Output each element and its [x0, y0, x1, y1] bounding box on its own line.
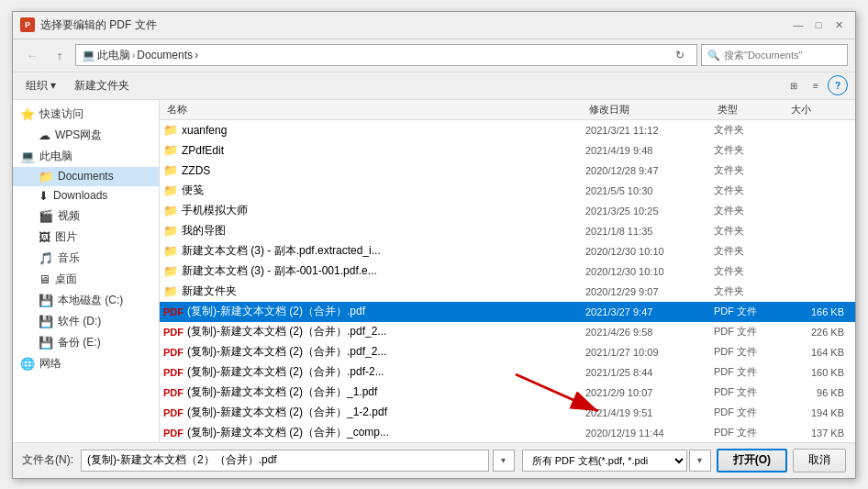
pc-icon: 💻 — [82, 49, 95, 61]
col-header-date[interactable]: 修改日期 — [585, 103, 714, 117]
filetype-select[interactable]: 所有 PDF 文档(*.pdf, *.pdi — [522, 450, 687, 472]
col-header-type[interactable]: 类型 — [714, 103, 787, 117]
table-row[interactable]: PDF (复制)-新建文本文档 (2)（合并）.pdf_2... 2021/1/… — [160, 342, 855, 362]
pdf-icon: PDF — [163, 347, 184, 358]
file-type: 文件夹 — [714, 143, 787, 157]
table-row[interactable]: 📁 我的导图 2021/1/8 11:35 文件夹 — [160, 221, 855, 241]
table-row[interactable]: PDF (复制)-新建文本文档 (2)（合并）_1.pdf 2021/2/9 1… — [160, 383, 855, 403]
filetype-dropdown[interactable]: ▾ — [689, 450, 711, 472]
folder-icon: 📁 — [163, 204, 178, 217]
file-date: 2020/12/29 9:07 — [585, 286, 714, 297]
organize-button[interactable]: 组织 ▾ — [20, 76, 61, 95]
address-bar[interactable]: 💻 此电脑 › Documents › ↻ — [75, 44, 697, 66]
sidebar-item-downloads[interactable]: ⬇Downloads — [13, 186, 159, 206]
search-icon: 🔍 — [707, 50, 720, 61]
sidebar-item-videos[interactable]: 🎬视频 — [13, 206, 159, 227]
sidebar-icon-wps-cloud: ☁ — [39, 128, 50, 142]
file-size: 164 KB — [787, 347, 851, 358]
sidebar-icon-this-pc: 💻 — [20, 150, 35, 163]
search-input[interactable] — [724, 50, 851, 61]
table-row[interactable]: PDF (复制)-新建文本文档 (2)（合并）.pdf 2021/3/27 9:… — [160, 302, 855, 322]
file-date: 2021/3/27 9:47 — [585, 306, 714, 317]
folder-icon: 📁 — [163, 264, 178, 278]
file-type: 文件夹 — [714, 224, 787, 238]
sidebar-item-local-disk-c[interactable]: 💾本地磁盘 (C:) — [13, 290, 159, 311]
sidebar-item-documents[interactable]: 📁Documents — [13, 167, 159, 186]
sidebar-icon-desktop: 🖥 — [39, 272, 50, 286]
new-folder-button[interactable]: 新建文件夹 — [69, 76, 135, 95]
file-name: 新建文本文档 (3) - 副本-001-001.pdf.e... — [182, 263, 585, 279]
address-chevron: › — [195, 49, 198, 61]
folder-icon: 📁 — [163, 284, 178, 298]
file-date: 2021/3/25 10:25 — [585, 206, 714, 217]
file-open-dialog: P 选择要编辑的 PDF 文件 — □ ✕ ← ↑ 💻 此电脑 › Docume… — [12, 11, 856, 479]
col-header-name[interactable]: 名称 — [163, 103, 585, 117]
col-header-size[interactable]: 大小 — [787, 103, 851, 117]
sidebar-icon-pictures: 🖼 — [39, 230, 50, 244]
back-button[interactable]: ← — [20, 43, 44, 67]
table-row[interactable]: PDF (复制)-新建文本文档 (2)（合并）.pdf_2... 2021/4/… — [160, 322, 855, 342]
sidebar-item-desktop[interactable]: 🖥桌面 — [13, 269, 159, 290]
sidebar-item-this-pc[interactable]: 💻此电脑 — [13, 146, 159, 167]
file-date: 2021/4/26 9:58 — [585, 327, 714, 338]
file-date: 2020/12/30 10:10 — [585, 246, 714, 257]
file-date: 2021/1/25 8:44 — [585, 367, 714, 378]
file-date: 2020/12/30 10:10 — [585, 266, 714, 277]
file-date: 2021/4/19 9:48 — [585, 145, 714, 156]
filename-label: 文件名(N): — [22, 452, 73, 468]
action-toolbar: 组织 ▾ 新建文件夹 ⊞ ≡ ? — [13, 72, 855, 100]
file-name: (复制)-新建文本文档 (2)（合并）.pdf — [187, 304, 585, 319]
title-bar: P 选择要编辑的 PDF 文件 — □ ✕ — [13, 12, 855, 39]
sidebar-item-music[interactable]: 🎵音乐 — [13, 248, 159, 269]
help-button[interactable]: ? — [828, 75, 848, 95]
close-button[interactable]: ✕ — [829, 16, 848, 34]
sidebar-icon-documents: 📁 — [39, 170, 53, 183]
file-area: 名称 修改日期 类型 大小 📁 xuanfeng 2021/3/21 11:12… — [160, 100, 855, 442]
cancel-button[interactable]: 取消 — [793, 449, 846, 472]
table-row[interactable]: 📁 新建文本文档 (3) - 副本-001-001.pdf.e... 2020/… — [160, 261, 855, 282]
table-row[interactable]: PDF (复制)-新建文本文档 (2)（合并）.pdf-2... 2021/1/… — [160, 362, 855, 383]
file-date: 2021/5/5 10:30 — [585, 185, 714, 196]
view-list-button[interactable]: ≡ — [806, 75, 826, 95]
maximize-button[interactable]: □ — [809, 16, 828, 34]
view-grid-button[interactable]: ⊞ — [784, 75, 804, 95]
table-row[interactable]: 📁 手机模拟大师 2021/3/25 10:25 文件夹 — [160, 201, 855, 221]
sidebar-item-backup-e[interactable]: 💾备份 (E:) — [13, 332, 159, 353]
table-row[interactable]: PDF (复制)-新建文本文档 (2)（合并）_comp... 2020/12/… — [160, 423, 855, 442]
table-row[interactable]: 📁 xuanfeng 2021/3/21 11:12 文件夹 — [160, 120, 855, 140]
up-button[interactable]: ↑ — [48, 43, 72, 67]
minimize-button[interactable]: — — [789, 16, 807, 34]
filename-input[interactable] — [81, 450, 489, 472]
open-button[interactable]: 打开(O) — [717, 449, 787, 472]
file-date: 2021/1/8 11:35 — [585, 226, 714, 237]
table-row[interactable]: 📁 新建文本文档 (3) - 副本.pdf.extracted_i... 202… — [160, 241, 855, 261]
file-name: (复制)-新建文本文档 (2)（合并）_1.pdf — [187, 384, 585, 400]
file-type: 文件夹 — [714, 183, 787, 197]
filename-dropdown[interactable]: ▾ — [493, 450, 515, 472]
sidebar-item-quick-access[interactable]: ⭐快速访问 — [13, 104, 159, 125]
sidebar-item-pictures[interactable]: 🖼图片 — [13, 227, 159, 248]
file-type: 文件夹 — [714, 163, 787, 177]
main-content: ⭐快速访问☁WPS网盘💻此电脑📁Documents⬇Downloads🎬视频🖼图… — [13, 100, 855, 442]
file-name: (复制)-新建文本文档 (2)（合并）.pdf_2... — [187, 324, 585, 339]
refresh-button[interactable]: ↻ — [669, 44, 691, 66]
folder-icon: 📁 — [163, 224, 178, 238]
sidebar-item-network[interactable]: 🌐网络 — [13, 353, 159, 374]
table-row[interactable]: 📁 新建文件夹 2020/12/29 9:07 文件夹 — [160, 282, 855, 302]
sidebar-item-software-d[interactable]: 💾软件 (D:) — [13, 311, 159, 332]
search-bar[interactable]: 🔍 — [701, 44, 848, 66]
table-row[interactable]: 📁 ZPdfEdit 2021/4/19 9:48 文件夹 — [160, 140, 855, 161]
address-documents: Documents › — [137, 49, 198, 61]
file-type: 文件夹 — [714, 264, 787, 278]
address-this-pc: 💻 此电脑 — [82, 48, 130, 63]
file-name: (复制)-新建文本文档 (2)（合并）.pdf_2... — [187, 344, 585, 360]
table-row[interactable]: 📁 ZZDS 2020/12/28 9:47 文件夹 — [160, 161, 855, 181]
sidebar-item-wps-cloud[interactable]: ☁WPS网盘 — [13, 125, 159, 146]
table-row[interactable]: PDF (复制)-新建文本文档 (2)（合并）_1-2.pdf 2021/4/1… — [160, 403, 855, 423]
file-type: 文件夹 — [714, 204, 787, 217]
file-size: 194 KB — [787, 407, 851, 418]
pdf-icon: PDF — [163, 306, 184, 317]
file-type: PDF 文件 — [714, 365, 787, 379]
table-row[interactable]: 📁 便笺 2021/5/5 10:30 文件夹 — [160, 181, 855, 201]
file-type: PDF 文件 — [714, 426, 787, 439]
